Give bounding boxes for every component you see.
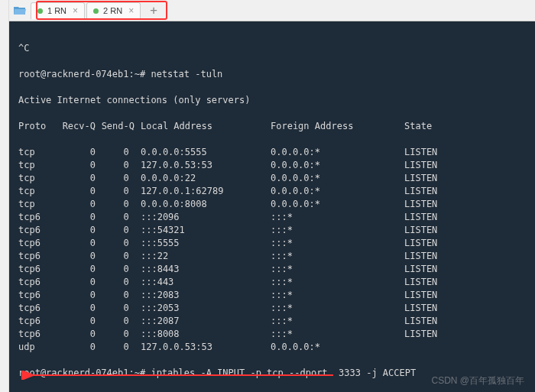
close-icon[interactable]: × bbox=[71, 5, 79, 16]
netstat-header: ProtoRecv-QSend-QLocal AddressForeign Ad… bbox=[18, 120, 526, 133]
interrupt-line: ^C bbox=[18, 42, 526, 55]
netstat-row: tcp600 :::54321:::*LISTEN bbox=[18, 224, 526, 237]
netstat-row: udp00 127.0.0.53:530.0.0.0:* bbox=[18, 341, 526, 354]
folder-icon[interactable] bbox=[9, 2, 31, 20]
status-dot-icon bbox=[93, 8, 99, 14]
netstat-row: tcp00 0.0.0.0:80080.0.0.0:*LISTEN bbox=[18, 198, 526, 211]
terminal[interactable]: ^C root@racknerd-074eb1:~# netstat -tuln… bbox=[9, 21, 535, 392]
netstat-row: tcp00 127.0.0.1:627890.0.0.0:*LISTEN bbox=[18, 185, 526, 198]
watermark: CSDN @百年孤独百年 bbox=[431, 374, 524, 387]
tab-2[interactable]: 2 RN × bbox=[86, 2, 141, 19]
add-tab-button[interactable]: + bbox=[145, 3, 162, 18]
tab-1[interactable]: 1 RN × bbox=[31, 2, 85, 19]
status-dot-icon bbox=[37, 8, 43, 14]
title-line: Active Internet connections (only server… bbox=[18, 94, 526, 107]
netstat-row: tcp600 :::2083:::*LISTEN bbox=[18, 289, 526, 302]
tab-label: 2 RN bbox=[103, 6, 122, 15]
close-icon[interactable]: × bbox=[127, 5, 135, 16]
netstat-row: tcp600 :::2087:::*LISTEN bbox=[18, 315, 526, 328]
netstat-row: tcp00 0.0.0.0:55550.0.0.0:*LISTEN bbox=[18, 146, 526, 159]
netstat-row: tcp600 :::5555:::*LISTEN bbox=[18, 237, 526, 250]
tab-bar: 1 RN × 2 RN × + bbox=[9, 0, 535, 21]
netstat-row: tcp600 :::2053:::*LISTEN bbox=[18, 302, 526, 315]
tab-label: 1 RN bbox=[47, 6, 66, 15]
netstat-row: tcp600 :::443:::*LISTEN bbox=[18, 276, 526, 289]
netstat-row: tcp600 :::22:::*LISTEN bbox=[18, 250, 526, 263]
prompt-line-1: root@racknerd-074eb1:~# netstat -tuln bbox=[18, 68, 526, 81]
netstat-row: tcp00 0.0.0.0:220.0.0.0:*LISTEN bbox=[18, 172, 526, 185]
netstat-row: tcp600 :::8008:::*LISTEN bbox=[18, 328, 526, 341]
netstat-row: tcp600 :::2096:::*LISTEN bbox=[18, 211, 526, 224]
netstat-row: tcp600 :::8443:::*LISTEN bbox=[18, 263, 526, 276]
left-sidebar bbox=[0, 0, 9, 392]
netstat-row: tcp00 127.0.0.53:530.0.0.0:*LISTEN bbox=[18, 159, 526, 172]
